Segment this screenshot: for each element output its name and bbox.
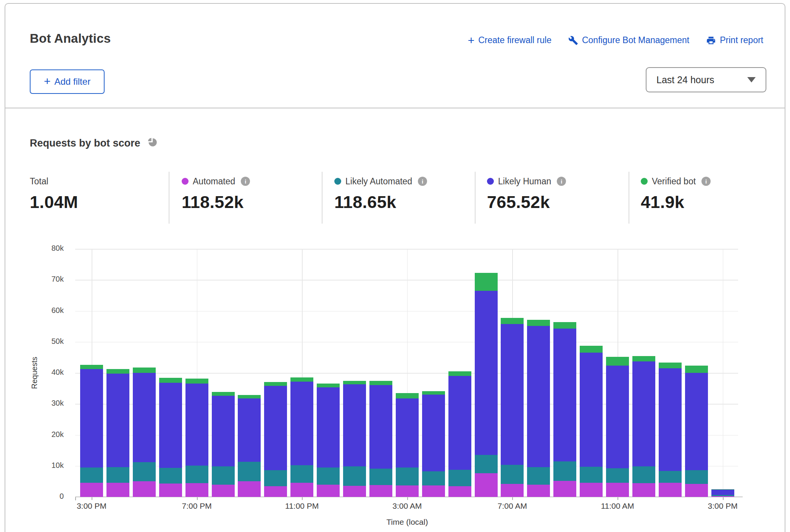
stat-value: 1.04M — [30, 192, 78, 212]
create-firewall-rule-link[interactable]: + Create firewall rule — [468, 35, 551, 45]
bar-segment-automated — [711, 496, 734, 497]
info-icon[interactable]: i — [701, 177, 711, 186]
y-axis-tick-label: 70k — [36, 275, 64, 284]
section-title: Requests by bot score — [30, 137, 140, 149]
bar-segment-likely-human — [159, 383, 182, 468]
page-title: Bot Analytics — [30, 31, 111, 46]
bar-segment-verified-bot — [290, 377, 313, 382]
x-axis-tick-label: 7:00 AM — [482, 501, 543, 511]
add-filter-label: Add filter — [54, 76, 90, 87]
bar-segment-likely-automated — [317, 468, 340, 485]
bar-segment-likely-automated — [264, 470, 287, 486]
x-axis-tick-label: 7:00 PM — [166, 501, 227, 511]
x-axis-tick-label: 11:00 PM — [271, 501, 332, 511]
x-axis-tick-label: 3:00 PM — [692, 501, 753, 511]
axis-tick — [723, 497, 724, 500]
bar-segment-likely-human — [106, 374, 129, 467]
chevron-down-icon — [747, 77, 756, 82]
bar-segment-verified-bot — [159, 378, 182, 383]
stat-total: Total 1.04M — [30, 176, 78, 212]
bar-segment-automated — [580, 483, 603, 497]
bar-segment-likely-human — [317, 387, 340, 468]
bar-segment-likely-automated — [159, 468, 182, 484]
add-filter-button[interactable]: + Add filter — [30, 69, 105, 94]
gridline-v — [302, 249, 303, 497]
stat-value: 118.52k — [182, 192, 250, 212]
bar-segment-verified-bot — [659, 363, 682, 368]
time-range-select[interactable]: Last 24 hours — [646, 67, 766, 92]
gridline-v — [197, 249, 198, 497]
bar-segment-verified-bot — [185, 379, 208, 384]
wrench-icon — [568, 35, 578, 45]
gridline-h — [75, 342, 738, 343]
printer-icon — [706, 35, 716, 45]
bar-segment-verified-bot — [343, 381, 366, 384]
stat-label: Total — [30, 176, 48, 187]
bar-segment-likely-automated — [212, 466, 235, 484]
bar-segment-automated — [238, 481, 261, 497]
bar-segment-likely-automated — [422, 471, 445, 485]
bar-segment-automated — [317, 485, 340, 497]
gridline-v — [92, 249, 92, 497]
x-axis-title: Time (local) — [387, 517, 428, 527]
stat-label: Likely Human — [498, 176, 551, 187]
bar-segment-verified-bot — [632, 356, 655, 361]
legend-dot — [487, 178, 494, 185]
x-axis-line — [75, 497, 743, 497]
bar-segment-verified-bot — [475, 273, 498, 291]
pie-chart-icon — [147, 137, 158, 150]
bar-segment-automated — [501, 484, 524, 497]
gridline-v — [407, 249, 408, 497]
legend-dot — [334, 178, 341, 185]
bar-segment-likely-human — [501, 324, 524, 465]
stat-verified-bot: Verified bot i 41.9k — [641, 176, 711, 212]
y-axis-tick-label: 40k — [36, 368, 64, 377]
bar-segment-likely-human — [80, 369, 103, 468]
bar-segment-verified-bot — [369, 381, 392, 385]
stat-divider — [629, 172, 629, 224]
stat-label: Verified bot — [652, 176, 696, 187]
info-icon[interactable]: i — [418, 177, 427, 186]
bar-segment-verified-bot — [527, 320, 550, 326]
gridline-h — [75, 280, 738, 281]
gridline-h — [75, 435, 738, 436]
bar-segment-likely-automated — [553, 461, 576, 481]
bar-segment-likely-human — [711, 490, 734, 495]
bar-segment-likely-human — [632, 361, 655, 466]
bar-segment-automated — [369, 485, 392, 497]
info-icon[interactable]: i — [241, 177, 250, 186]
bar-segment-likely-automated — [448, 470, 471, 486]
plus-icon: + — [468, 36, 475, 45]
stat-value: 118.65k — [334, 192, 427, 212]
bar-segment-verified-bot — [238, 395, 261, 398]
bar-segment-likely-human — [369, 385, 392, 469]
bar-segment-automated — [448, 486, 471, 497]
bar-segment-likely-automated — [501, 465, 524, 484]
bar-segment-automated — [606, 483, 629, 497]
configure-bot-management-link[interactable]: Configure Bot Management — [568, 35, 689, 45]
stat-automated: Automated i 118.52k — [182, 176, 250, 212]
info-icon[interactable]: i — [557, 177, 566, 186]
bar-segment-likely-human — [238, 398, 261, 462]
bar-segment-likely-human — [659, 368, 682, 471]
bar-segment-likely-automated — [527, 467, 550, 485]
y-axis-tick-label: 10k — [36, 461, 64, 470]
bar-segment-automated — [632, 483, 655, 497]
bar-segment-likely-human — [212, 396, 235, 466]
bar-segment-likely-human — [448, 376, 471, 470]
gridline-h — [75, 466, 738, 467]
bar-segment-automated — [553, 481, 576, 497]
gridline-h — [75, 404, 738, 405]
bar-segment-likely-human — [343, 384, 366, 466]
gridline-h — [75, 249, 738, 250]
bar-segment-likely-human — [606, 366, 629, 469]
stat-divider — [169, 172, 169, 224]
bar-segment-likely-automated — [80, 468, 103, 483]
print-report-link[interactable]: Print report — [706, 35, 763, 45]
bar-segment-verified-bot — [448, 371, 471, 376]
gridline-v — [723, 249, 724, 497]
stat-likely-human: Likely Human i 765.52k — [487, 176, 566, 212]
bar-segment-likely-automated — [475, 455, 498, 473]
bar-segment-likely-human — [264, 386, 287, 470]
stat-value: 41.9k — [641, 192, 711, 212]
